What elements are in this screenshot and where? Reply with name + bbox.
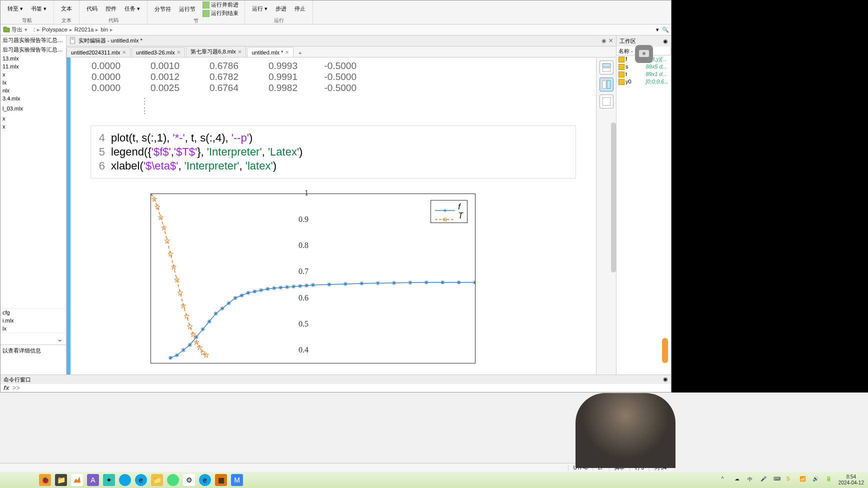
editor-tab[interactable]: 第七章习题6,8.mlx× bbox=[186, 46, 246, 57]
tray-volume-icon[interactable]: 🔊 bbox=[812, 476, 820, 484]
taskbar-app-2[interactable]: 📁 bbox=[55, 474, 67, 486]
file-item[interactable]: 3.4.mlx bbox=[0, 94, 66, 102]
file-browser-panel: 后习题实验报告等汇总.p...后习题实验报告等汇总.m...13.mlx11.m… bbox=[0, 36, 66, 374]
file-item[interactable]: x bbox=[0, 114, 66, 122]
taskbar-app-4[interactable]: A bbox=[87, 474, 99, 486]
ribbon-button-分节符[interactable]: 分节符 bbox=[152, 4, 174, 14]
ribbon-button-转至[interactable]: 转至 ▾ bbox=[4, 4, 26, 14]
plot-output: 0.40.50.60.70.80.91 fT bbox=[90, 188, 576, 368]
tray-language-icon[interactable]: 中 bbox=[748, 476, 756, 484]
code-block[interactable]: 456 plot(t, s(:,1), '*-', t, s(:,4), '--… bbox=[90, 126, 576, 178]
file-item[interactable]: i.mlx bbox=[0, 316, 66, 324]
tray-onedrive-icon[interactable]: ☁ bbox=[734, 476, 742, 484]
editor-tab[interactable]: untitled.mlx *× bbox=[247, 47, 294, 57]
tab-close-icon[interactable]: × bbox=[285, 49, 289, 56]
taskbar-app-9[interactable] bbox=[167, 474, 179, 486]
ribbon-button-运行并前进[interactable]: 运行并前进 bbox=[200, 0, 240, 9]
tray-app-icon[interactable]: S bbox=[786, 476, 794, 484]
file-list[interactable]: 后习题实验报告等汇总.p...后习题实验报告等汇总.m...13.mlx11.m… bbox=[0, 36, 66, 308]
tray-battery-icon[interactable]: 🔋 bbox=[826, 476, 834, 484]
workspace-menu-icon[interactable]: ◉ bbox=[663, 38, 668, 44]
taskbar-app-1[interactable]: 🐞 bbox=[39, 474, 51, 486]
ribbon-button-停止[interactable]: 停止 bbox=[292, 4, 308, 14]
file-item[interactable]: nlx bbox=[0, 86, 66, 94]
taskbar-app-13[interactable]: M bbox=[231, 474, 243, 486]
floating-app-icon[interactable] bbox=[635, 45, 653, 63]
editor-tab[interactable]: untitled3-26.mlx× bbox=[132, 47, 185, 57]
tab-close-icon[interactable]: × bbox=[238, 48, 242, 55]
output-cell: 0.9993 bbox=[258, 60, 298, 72]
svg-marker-14 bbox=[178, 290, 182, 296]
file-item[interactable]: x bbox=[0, 122, 66, 130]
tray-wifi-icon[interactable]: 📶 bbox=[800, 476, 808, 484]
taskbar-app-10[interactable]: ⚙ bbox=[183, 474, 195, 486]
tab-close-icon[interactable]: × bbox=[177, 49, 181, 56]
ribbon-button-代码[interactable]: 代码 bbox=[84, 4, 100, 14]
ribbon-button-运行节[interactable]: 运行节 bbox=[176, 4, 198, 14]
file-item[interactable]: lx bbox=[0, 78, 66, 86]
view-hide-code-button[interactable] bbox=[600, 94, 614, 108]
file-item[interactable]: 后习题实验报告等汇总.p... bbox=[0, 36, 66, 45]
taskbar-matlab[interactable] bbox=[71, 474, 83, 486]
tray-mic-icon[interactable]: 🎤 bbox=[760, 476, 768, 484]
taskbar-app-12[interactable]: ▦ bbox=[215, 474, 227, 486]
taskbar-app-6[interactable] bbox=[119, 474, 131, 486]
taskbar-edge[interactable]: e bbox=[199, 474, 211, 486]
tab-add-button[interactable]: + bbox=[294, 49, 306, 57]
section-gutter[interactable] bbox=[66, 58, 70, 374]
address-dropdown-icon[interactable]: ▾ bbox=[656, 26, 659, 33]
tray-keyboard-icon[interactable]: ⌨ bbox=[774, 476, 782, 484]
taskbar: 🐞 📁 A ✦ e 📁 ⚙ e ▦ M ^ ☁ 中 🎤 ⌨ S 📶 🔊 🔋 8:… bbox=[0, 472, 868, 488]
workspace-variable-row[interactable]: s89x5 d... bbox=[616, 63, 671, 70]
export-icon[interactable] bbox=[2, 26, 10, 34]
ribbon-button-任务[interactable]: 任务 ▾ bbox=[122, 4, 143, 14]
file-item[interactable]: lx bbox=[0, 324, 66, 332]
ribbon-button-文本[interactable]: 文本 bbox=[58, 4, 75, 14]
svg-rect-27 bbox=[602, 68, 610, 72]
search-icon[interactable]: 🔍 bbox=[662, 26, 669, 33]
address-bar[interactable]: 导出 ▾ :▸Polyspace▸R2021a▸bin▸ ▾ 🔍 bbox=[0, 24, 671, 36]
editor-content[interactable]: 0.00000.00100.67860.9993-0.50000.00000.0… bbox=[70, 58, 596, 374]
workspace-variable-row[interactable]: t89x1 d... bbox=[616, 70, 671, 78]
view-output-right-button[interactable] bbox=[600, 78, 614, 92]
view-output-inline-button[interactable] bbox=[600, 60, 614, 74]
taskbar-app-7[interactable]: e bbox=[135, 474, 147, 486]
file-item[interactable]: cfg bbox=[0, 308, 66, 316]
tab-close-icon[interactable]: × bbox=[122, 49, 126, 56]
svg-rect-30 bbox=[602, 98, 610, 106]
file-item[interactable]: 11.mlx bbox=[0, 62, 66, 70]
taskbar-clock[interactable]: 8:54 2024-04-12 bbox=[838, 474, 864, 486]
line-numbers: 456 bbox=[91, 131, 111, 173]
file-item[interactable]: x bbox=[0, 70, 66, 78]
address-segment[interactable]: bin bbox=[100, 26, 109, 32]
editor-tabs: untitled2024311.mlx×untitled3-26.mlx×第七章… bbox=[66, 46, 616, 58]
ribbon-button-步进[interactable]: 步进 bbox=[272, 4, 290, 14]
ribbon-button-运行[interactable]: 运行 ▾ bbox=[249, 4, 270, 14]
taskbar-app-5[interactable]: ✦ bbox=[103, 474, 115, 486]
ribbon-button-控件[interactable]: 控件 bbox=[102, 4, 120, 14]
ribbon-button-运行到结束[interactable]: 运行到结束 bbox=[200, 9, 240, 18]
file-item[interactable]: l_03.mlx bbox=[0, 104, 66, 112]
ribbon-button-书签[interactable]: 书签 ▾ bbox=[28, 4, 50, 14]
tab-label: untitled2024311.mlx bbox=[71, 50, 120, 56]
address-segment[interactable]: R2021a bbox=[74, 26, 95, 32]
editor-tab[interactable]: untitled2024311.mlx× bbox=[66, 47, 130, 57]
editor-scrollbar[interactable] bbox=[611, 122, 616, 272]
file-item[interactable]: 后习题实验报告等汇总.m... bbox=[0, 45, 66, 54]
orange-indicator bbox=[662, 338, 668, 363]
command-window-menu-icon[interactable]: ◉ bbox=[663, 376, 668, 383]
taskbar-app-8[interactable]: 📁 bbox=[151, 474, 163, 486]
file-item[interactable]: 13.mlx bbox=[0, 54, 66, 62]
address-segment[interactable]: Polyspace bbox=[41, 26, 68, 32]
ribbon-group-label: 导航 bbox=[22, 17, 32, 24]
close-icon[interactable]: ✕ bbox=[608, 38, 613, 44]
address-segment[interactable]: : bbox=[32, 26, 36, 32]
legend-entry: f bbox=[435, 202, 463, 212]
command-input[interactable] bbox=[20, 384, 668, 392]
fx-button[interactable]: fx bbox=[4, 384, 10, 392]
restore-icon[interactable]: ◉ bbox=[602, 38, 606, 44]
code-lines[interactable]: plot(t, s(:,1), '*-', t, s(:,4), '--p')l… bbox=[111, 131, 576, 173]
tray-chevron-icon[interactable]: ^ bbox=[722, 476, 730, 484]
workspace-variable-row[interactable]: y0[0;0;0.6... bbox=[616, 78, 671, 86]
file-list-expand-icon[interactable]: ⌄ bbox=[0, 332, 66, 344]
